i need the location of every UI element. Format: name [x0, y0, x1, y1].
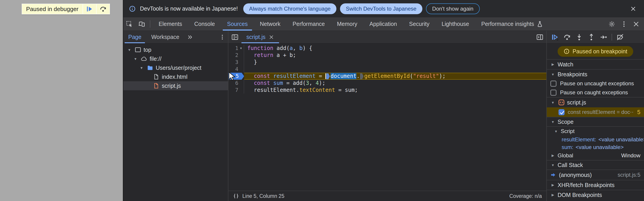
- pause-on-caught-exceptions-row[interactable]: Pause on caught exceptions: [547, 88, 644, 97]
- line-number[interactable]: 1▼: [228, 45, 244, 52]
- chevron-down-icon: ▼: [550, 120, 556, 124]
- tab-elements[interactable]: Elements: [152, 17, 188, 30]
- code-token: textContent: [299, 87, 335, 93]
- pause-on-caught-exceptions-checkbox[interactable]: [550, 90, 556, 96]
- navigator-tab-workspace[interactable]: Workspace: [146, 31, 184, 43]
- section-watch[interactable]: ▶ Watch: [547, 59, 644, 69]
- scope-script-group[interactable]: ▼ Script: [547, 127, 644, 136]
- close-devtools-button[interactable]: [630, 20, 642, 28]
- code-text[interactable]: [244, 66, 546, 73]
- sources-panel: PageWorkspace ▼top▼file://▼Users/user/pr…: [123, 31, 644, 201]
- code-token: resultElement: [274, 73, 316, 79]
- navigator-menu-button[interactable]: [217, 31, 228, 43]
- infobar-button-switch-devtools-to-japanese[interactable]: Switch DevTools to Japanese: [340, 4, 422, 14]
- code-text[interactable]: return a + b;: [244, 52, 546, 59]
- code-token: [247, 87, 254, 93]
- checkbox-label: Pause on caught exceptions: [560, 89, 628, 96]
- code-text[interactable]: }: [244, 59, 546, 66]
- settings-button[interactable]: [606, 20, 618, 28]
- step-into-button[interactable]: [573, 32, 585, 42]
- section-scope[interactable]: ▼ Scope: [547, 117, 644, 127]
- line-number[interactable]: 3: [228, 59, 244, 66]
- code-token: = sum;: [335, 87, 358, 93]
- active-frame-arrow-icon: [550, 172, 556, 178]
- step-button[interactable]: [598, 32, 609, 42]
- tab-performance-insights[interactable]: Performance insights: [475, 17, 549, 30]
- pretty-print-icon[interactable]: [233, 193, 239, 199]
- section-breakpoints[interactable]: ▼ Breakpoints: [547, 69, 644, 79]
- code-token: ) {: [303, 45, 312, 51]
- kebab-icon: [620, 20, 628, 28]
- tab-console[interactable]: Console: [188, 17, 221, 30]
- toggle-device-toolbar-button[interactable]: [136, 17, 148, 30]
- chevron-right-icon: ▶: [550, 193, 556, 197]
- section-xhr-breakpoints[interactable]: ▶ XHR/fetch Breakpoints: [547, 180, 644, 190]
- info-icon: [564, 48, 570, 54]
- tab-sources[interactable]: Sources: [221, 17, 254, 30]
- chevron-down-icon[interactable]: ▼: [132, 57, 138, 61]
- fold-marker-icon[interactable]: ▼: [238, 45, 244, 52]
- tree-item-index-html[interactable]: index.html: [123, 72, 228, 81]
- tab-lighthouse[interactable]: Lighthouse: [436, 17, 475, 30]
- line-number[interactable]: 6: [228, 80, 244, 87]
- line-number[interactable]: 2: [228, 52, 244, 59]
- more-options-button[interactable]: [618, 20, 630, 28]
- infobar-button-always-match-chrome-s-language[interactable]: Always match Chrome's language: [243, 4, 336, 14]
- language-infobar: DevTools is now available in Japanese! A…: [123, 0, 644, 17]
- chevron-right-icon: ▶: [550, 62, 556, 66]
- tab-network[interactable]: Network: [254, 17, 287, 30]
- resume-script-button[interactable]: [549, 32, 561, 42]
- code-text[interactable]: const sum = add(3, 4);: [244, 80, 546, 87]
- line-number[interactable]: 7: [228, 87, 244, 94]
- more-tabs-button[interactable]: [184, 31, 196, 43]
- banner-step-over-button[interactable]: [96, 4, 110, 14]
- section-call-stack[interactable]: ▼ Call Stack: [547, 160, 644, 170]
- chevron-down-icon[interactable]: ▼: [138, 66, 144, 70]
- call-stack-frame[interactable]: (anonymous)script.js:5: [547, 170, 644, 180]
- navigator-tab-page[interactable]: Page: [123, 31, 146, 43]
- tree-item-top[interactable]: ▼top: [123, 45, 228, 54]
- tab-close-button[interactable]: [269, 34, 274, 40]
- tab-security[interactable]: Security: [403, 17, 436, 30]
- tree-item-file[interactable]: ▼file://: [123, 54, 228, 63]
- code-text[interactable]: const resultElement = document.getElemen…: [244, 73, 546, 80]
- toggle-navigator-button[interactable]: [228, 31, 242, 43]
- line-number[interactable]: 4: [228, 66, 244, 73]
- file-tree: ▼top▼file://▼Users/user/projectindex.htm…: [123, 44, 228, 90]
- section-dom-breakpoints[interactable]: ▶ DOM Breakpoints: [547, 190, 644, 200]
- infobar-close-button[interactable]: [628, 4, 638, 14]
- tab-memory[interactable]: Memory: [331, 17, 363, 30]
- breakpoint-marker[interactable]: 5: [228, 73, 244, 80]
- pause-on-uncaught-exceptions-checkbox[interactable]: [550, 80, 556, 87]
- step-out-button[interactable]: [586, 32, 597, 42]
- infobar-button-don-t-show-again[interactable]: Don't show again: [426, 4, 480, 14]
- tab-performance[interactable]: Performance: [286, 17, 331, 30]
- tree-item-users-user-project[interactable]: ▼Users/user/project: [123, 63, 228, 72]
- breakpoint-entry[interactable]: const resultElement = doc⋯5: [547, 107, 644, 117]
- code-token: [270, 80, 273, 86]
- breakpoint-file-group[interactable]: ▼ script.js: [547, 97, 644, 107]
- line-number-text: 2: [228, 52, 238, 59]
- scope-global-group[interactable]: ▶ Global Window: [547, 151, 644, 160]
- code-token: );: [439, 73, 446, 79]
- step-over-button[interactable]: [561, 32, 573, 42]
- code-editor[interactable]: 1▼function add(a, b) {2 return a + b;3 }…: [228, 44, 546, 191]
- tab-script-js[interactable]: script.js: [242, 31, 279, 43]
- chevron-down-icon[interactable]: ▼: [126, 48, 132, 52]
- tab-application[interactable]: Application: [364, 17, 403, 30]
- inline-breakpoint-marker[interactable]: [326, 74, 330, 79]
- close-icon: [630, 6, 636, 12]
- banner-resume-button[interactable]: [82, 4, 96, 14]
- chevron-right-icon: ▶: [550, 183, 556, 187]
- code-text[interactable]: function add(a, b) {: [244, 45, 546, 52]
- tree-item-script-js[interactable]: script.js: [123, 81, 228, 90]
- inspect-element-button[interactable]: [123, 17, 136, 30]
- scope-variable[interactable]: resultElement:<value unavailable>: [547, 136, 644, 144]
- code-text[interactable]: resultElement.textContent = sum;: [244, 87, 546, 94]
- inline-breakpoint-marker[interactable]: [360, 74, 364, 79]
- toggle-debugger-sidebar-button[interactable]: [533, 31, 546, 43]
- pause-on-uncaught-exceptions-row[interactable]: Pause on uncaught exceptions: [547, 79, 644, 88]
- deactivate-breakpoints-button[interactable]: [614, 32, 626, 42]
- breakpoint-checkbox[interactable]: [558, 109, 564, 115]
- scope-variable[interactable]: sum:<value unavailable>: [547, 144, 644, 151]
